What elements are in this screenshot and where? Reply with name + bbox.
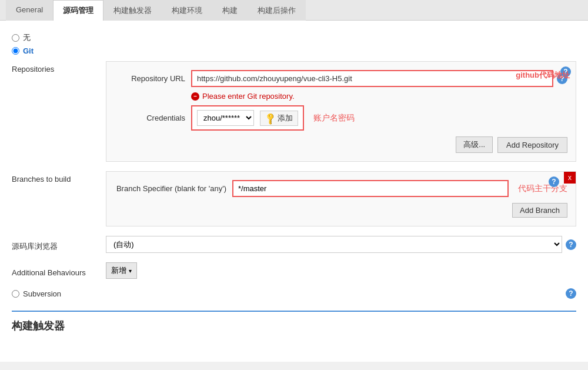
radio-git-row: Git — [12, 46, 576, 55]
branches-section: Branches to build x ? Branch Specifier (… — [12, 171, 576, 226]
radio-none[interactable] — [12, 34, 19, 42]
subversion-help-icon[interactable]: ? — [566, 288, 576, 299]
credentials-box: zhou/****** 🔑 添加 — [191, 105, 304, 131]
credentials-row: Credentials zhou/****** 🔑 添加 账户名密码 — [115, 105, 567, 131]
dropdown-arrow-icon: ▾ — [129, 268, 132, 274]
radio-subversion[interactable] — [12, 290, 19, 298]
scm-radio-group: 无 Git — [12, 32, 576, 55]
add-branch-row: Add Branch — [115, 203, 567, 218]
footer-section: 构建触发器 — [12, 311, 576, 333]
add-credentials-button[interactable]: 🔑 添加 — [260, 111, 298, 126]
repo-url-row: Repository URL github代码地址 ? — [115, 70, 567, 87]
add-branch-button[interactable]: Add Branch — [512, 203, 567, 218]
repo-url-label: Repository URL — [115, 74, 191, 83]
radio-none-label: 无 — [23, 32, 31, 43]
branch-specifier-label: Branch Specifier (blank for 'any') — [115, 184, 232, 193]
branches-label: Branches to build — [12, 171, 106, 226]
branch-specifier-input[interactable] — [238, 184, 503, 193]
branches-help-icon[interactable]: ? — [549, 176, 559, 187]
browser-section: 源码库浏览器 (自动) ? — [12, 236, 576, 253]
radio-git[interactable] — [12, 47, 19, 55]
subversion-label: Subversion — [23, 289, 61, 298]
browser-select[interactable]: (自动) — [106, 236, 562, 253]
error-message-row: – Please enter Git repository. — [191, 92, 567, 101]
repo-url-input[interactable] — [191, 70, 553, 87]
branch-annotation: 代码主干分支 — [518, 184, 567, 194]
content-area: 无 Git Repositories ? Repository URL gith… — [0, 21, 588, 362]
key-icon: 🔑 — [263, 111, 277, 125]
repositories-content: ? Repository URL github代码地址 ? – Please e… — [106, 61, 576, 162]
repo-actions: 高级... Add Repository — [115, 136, 567, 153]
error-icon: – — [191, 92, 199, 101]
tab-post[interactable]: 构建后操作 — [248, 0, 306, 21]
branch-specifier-row: Branch Specifier (blank for 'any') 代码主干分… — [115, 180, 567, 197]
repositories-label: Repositories — [12, 61, 106, 162]
browser-label: 源码库浏览器 — [12, 238, 106, 252]
repositories-section: Repositories ? Repository URL github代码地址… — [12, 61, 576, 162]
additional-section: Additional Behaviours 新增 ▾ — [12, 262, 576, 279]
browser-help-icon[interactable]: ? — [566, 239, 576, 250]
credentials-select[interactable]: zhou/****** — [197, 110, 254, 126]
add-repository-button[interactable]: Add Repository — [497, 137, 567, 153]
radio-none-row: 无 — [12, 32, 576, 43]
subversion-row: Subversion ? — [12, 288, 576, 299]
tab-env[interactable]: 构建环境 — [162, 0, 212, 21]
credentials-label: Credentials — [115, 114, 191, 122]
branches-content: x ? Branch Specifier (blank for 'any') 代… — [106, 171, 576, 226]
add-behaviour-label: 新增 — [111, 265, 126, 276]
branch-input-box — [232, 180, 509, 197]
tab-trigger[interactable]: 构建触发器 — [103, 0, 162, 21]
add-button-label: 添加 — [278, 113, 293, 124]
radio-git-label: Git — [23, 46, 34, 55]
remove-branch-button[interactable]: x — [564, 172, 576, 184]
tabs-bar: General 源码管理 构建触发器 构建环境 构建 构建后操作 — [0, 0, 588, 21]
github-annotation: github代码地址 — [516, 70, 570, 81]
tab-general[interactable]: General — [6, 0, 53, 21]
add-behaviour-button[interactable]: 新增 ▾ — [106, 262, 137, 279]
tab-build[interactable]: 构建 — [212, 0, 248, 21]
additional-label: Additional Behaviours — [12, 265, 106, 277]
error-text: Please enter Git repository. — [202, 92, 295, 101]
credentials-annotation: 账户名密码 — [313, 113, 355, 124]
footer-title: 构建触发器 — [12, 319, 576, 333]
advanced-button[interactable]: 高级... — [456, 136, 493, 153]
tab-source[interactable]: 源码管理 — [53, 0, 103, 21]
